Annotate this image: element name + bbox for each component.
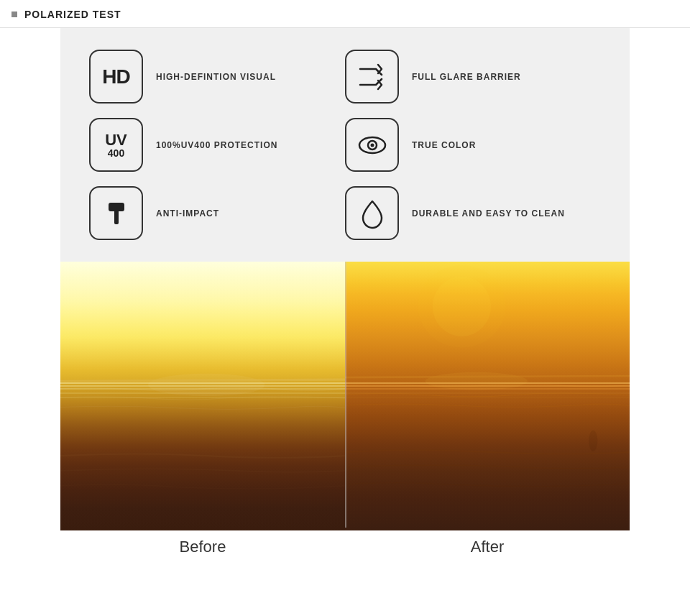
svg-point-6	[148, 374, 264, 396]
feature-clean: DURABLE AND EASY TO CLEAN	[345, 186, 601, 240]
shuffle-arrows-icon	[354, 59, 390, 95]
hd-icon: HD	[102, 65, 129, 88]
after-image	[345, 262, 630, 530]
hammer-icon	[98, 196, 134, 231]
svg-rect-4	[109, 203, 124, 211]
feature-hd: HD HIGH-DEFINTION VISUAL	[89, 50, 345, 104]
glare-icon-box	[345, 50, 399, 104]
svg-point-9	[418, 265, 506, 347]
eye-icon	[354, 127, 390, 163]
svg-point-11	[589, 431, 597, 451]
svg-point-2	[370, 143, 374, 147]
hd-icon-box: HD	[89, 50, 143, 104]
feature-color: TRUE COLOR	[345, 118, 601, 172]
hd-label: HIGH-DEFINTION VISUAL	[156, 72, 276, 82]
feature-area: HD HIGH-DEFINTION VISUAL FULL GLARE BARR…	[60, 28, 630, 262]
section-title: POLARIZED TEST	[24, 9, 121, 20]
glare-label: FULL GLARE BARRIER	[412, 72, 521, 82]
color-icon-box	[345, 118, 399, 172]
feature-uv: UV 400 100%UV400 PROTECTION	[89, 118, 345, 172]
droplet-icon	[354, 196, 390, 231]
feature-impact: ANTI-IMPACT	[89, 186, 345, 240]
impact-icon-box	[89, 186, 143, 240]
comparison-divider	[345, 262, 346, 528]
before-label: Before	[60, 530, 345, 564]
clean-label: DURABLE AND EASY TO CLEAN	[412, 208, 565, 219]
clean-icon-box	[345, 186, 399, 240]
comparison-area: Before After	[60, 262, 630, 564]
comparison-labels: Before After	[60, 530, 630, 564]
uv-label: 100%UV400 PROTECTION	[156, 140, 277, 150]
color-label: TRUE COLOR	[412, 140, 476, 150]
header-accent	[12, 12, 17, 17]
impact-label: ANTI-IMPACT	[156, 208, 219, 219]
page-wrapper: POLARIZED TEST HD HIGH-DEFINTION VISUAL	[0, 0, 690, 564]
svg-point-10	[426, 372, 528, 390]
feature-glare: FULL GLARE BARRIER	[345, 50, 601, 104]
section-header: POLARIZED TEST	[0, 0, 690, 28]
before-image	[60, 262, 345, 530]
uv-icon: UV 400	[105, 132, 127, 158]
feature-grid: HD HIGH-DEFINTION VISUAL FULL GLARE BARR…	[89, 50, 601, 240]
after-label: After	[345, 530, 630, 564]
uv-icon-box: UV 400	[89, 118, 143, 172]
comparison-images	[60, 262, 630, 530]
